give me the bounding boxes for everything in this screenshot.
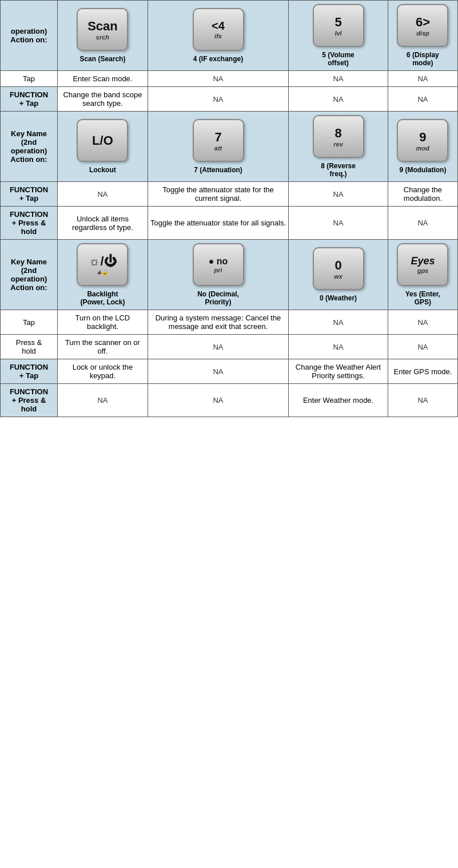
mod-key-name: 9 (Modulation)	[391, 166, 455, 174]
mod-key-button: 9 mod	[397, 119, 448, 162]
header2-action-col: Key Name(2ndoperation)Action on:	[1, 112, 58, 182]
row2-fn-tap-col2: Toggle the attenuator state for the curr…	[148, 182, 288, 207]
header3-col2: ● no pri No (Decimal,Priority)	[148, 240, 288, 310]
rev-key-button: 8 rev	[313, 115, 364, 158]
ifx-key-label: <4	[212, 19, 225, 33]
lockout-key-button: L/O	[77, 119, 128, 162]
att-key-sub: att	[214, 145, 222, 152]
lockout-key-label: L/O	[92, 133, 113, 148]
disp-key-button: 6> disp	[397, 4, 448, 47]
header-col2: <4 ifx 4 (IF exchange)	[148, 1, 288, 71]
row3-tap-col2: During a system message: Cancel the mess…	[148, 310, 288, 335]
header3-col1: ☼/⏻ ⚶🔒 Backlight(Power, Lock)	[58, 240, 148, 310]
gps-key-name: Yes (Enter,GPS)	[391, 290, 455, 306]
att-key-label: 7	[214, 130, 221, 145]
wx-key-label: 0	[334, 258, 341, 273]
rev-key-name: 8 (Reversefreq.)	[291, 162, 385, 178]
ifx-key-sub: ifx	[214, 33, 222, 39]
lvl-key-sub: lvl	[334, 30, 341, 37]
row3-fn-hold-col4: NA	[388, 384, 457, 417]
row-tap-col2: NA	[148, 71, 288, 87]
row-fn-tap-col3: NA	[289, 87, 388, 112]
row3-tap-col3: NA	[289, 310, 388, 335]
disp-key-name: 6 (Displaymode)	[391, 51, 455, 67]
row3-fn-hold-col2: NA	[148, 384, 288, 417]
row-tap-action: Tap	[1, 71, 58, 87]
header3-col3: 0 wx 0 (Weather)	[289, 240, 388, 310]
row2-fn-tap-col4: Change the modulation.	[388, 182, 457, 207]
no-key-button: ● no pri	[193, 243, 244, 286]
header3-action-col: Key Name(2ndoperation)Action on:	[1, 240, 58, 310]
row3-fn-tap-col3: Change the Weather Alert Priority settin…	[289, 359, 388, 384]
row3-fn-tap-col4: Enter GPS mode.	[388, 359, 457, 384]
scan-key-button: Scan srch	[77, 8, 128, 51]
att-key-name: 7 (Attenuation)	[150, 166, 286, 174]
row3-hold-col2: NA	[148, 335, 288, 359]
backlight-key-label: ☼/⏻	[89, 254, 116, 269]
row3-fn-tap-action: FUNCTION+ Tap	[1, 359, 58, 384]
no-key-sub: pri	[214, 267, 222, 274]
row3-hold-col4: NA	[388, 335, 457, 359]
row-fn-tap-col2: NA	[148, 87, 288, 112]
no-key-label: ● no	[209, 256, 228, 267]
header2-col2: 7 att 7 (Attenuation)	[148, 112, 288, 182]
gps-key-label: Eyes	[411, 255, 435, 267]
disp-key-sub: disp	[416, 30, 429, 37]
row2-fn-tap-action: FUNCTION+ Tap	[1, 182, 58, 207]
row2-fn-hold-action: FUNCTION+ Press &hold	[1, 207, 58, 240]
row3-fn-hold-col3: Enter Weather mode.	[289, 384, 388, 417]
wx-key-button: 0 wx	[313, 247, 364, 290]
disp-key-label: 6>	[416, 15, 430, 30]
lvl-key-label: 5	[334, 15, 341, 30]
row-tap-col4: NA	[388, 71, 457, 87]
scan-key-sub: srch	[96, 34, 109, 41]
row2-fn-hold-col3: NA	[289, 207, 388, 240]
wx-key-sub: wx	[334, 273, 342, 280]
row2-fn-tap-col3: NA	[289, 182, 388, 207]
row3-hold-col1: Turn the scanner on or off.	[58, 335, 148, 359]
row-fn-tap-col1: Change the band scope search type.	[58, 87, 148, 112]
ifx-key-name: 4 (IF exchange)	[150, 55, 286, 63]
att-key-button: 7 att	[193, 119, 244, 162]
row3-tap-action: Tap	[1, 310, 58, 335]
row-fn-tap-col4: NA	[388, 87, 457, 112]
mod-key-label: 9	[419, 130, 426, 145]
row-tap-col3: NA	[289, 71, 388, 87]
scan-key-label: Scan	[87, 19, 118, 34]
row3-tap-col4: NA	[388, 310, 457, 335]
row3-tap-col1: Turn on the LCD backlight.	[58, 310, 148, 335]
header-col3: 5 lvl 5 (Volumeoffset)	[289, 1, 388, 71]
mod-key-sub: mod	[416, 145, 429, 152]
backlight-key-sub: ⚶🔒	[97, 269, 108, 275]
header-col4: 6> disp 6 (Displaymode)	[388, 1, 457, 71]
rev-key-label: 8	[334, 126, 341, 141]
row3-fn-hold-action: FUNCTION+ Press &hold	[1, 384, 58, 417]
header3-col4: Eyes gps Yes (Enter,GPS)	[388, 240, 457, 310]
row3-fn-tap-col1: Lock or unlock the keypad.	[58, 359, 148, 384]
row3-hold-col3: NA	[289, 335, 388, 359]
no-key-name: No (Decimal,Priority)	[150, 290, 286, 306]
row2-fn-tap-col1: NA	[58, 182, 148, 207]
lockout-key-name: Lockout	[60, 166, 145, 174]
header-col1: Scan srch Scan (Search)	[58, 1, 148, 71]
header2-col3: 8 rev 8 (Reversefreq.)	[289, 112, 388, 182]
row2-fn-hold-col4: NA	[388, 207, 457, 240]
ifx-key-button: <4 ifx	[193, 8, 244, 51]
row3-fn-tap-col2: NA	[148, 359, 288, 384]
row2-fn-hold-col1: Unlock all items regardless of type.	[58, 207, 148, 240]
row3-fn-hold-col1: NA	[58, 384, 148, 417]
header2-col1: L/O Lockout	[58, 112, 148, 182]
gps-key-sub: gps	[417, 267, 429, 274]
rev-key-sub: rev	[333, 141, 343, 148]
lvl-key-button: 5 lvl	[313, 4, 364, 47]
scan-key-name: Scan (Search)	[60, 55, 145, 63]
gps-key-button: Eyes gps	[397, 243, 448, 286]
row-fn-tap-action: FUNCTION+ Tap	[1, 87, 58, 112]
row-tap-col1: Enter Scan mode.	[58, 71, 148, 87]
wx-key-name: 0 (Weather)	[291, 294, 385, 302]
row3-hold-action: Press &hold	[1, 335, 58, 359]
header2-col4: 9 mod 9 (Modulation)	[388, 112, 457, 182]
lvl-key-name: 5 (Volumeoffset)	[291, 51, 385, 67]
header-action-col: operation)Action on:	[1, 1, 58, 71]
backlight-key-button: ☼/⏻ ⚶🔒	[77, 243, 128, 286]
